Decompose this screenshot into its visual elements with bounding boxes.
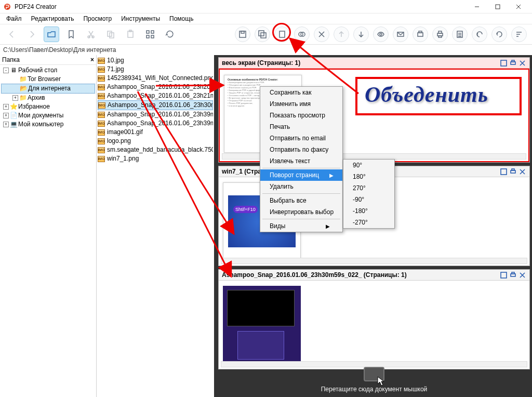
tree-node[interactable]: -🖥Рабочий стол <box>1 66 95 75</box>
panel-print-icon[interactable] <box>509 271 517 279</box>
context-menu-item[interactable]: Виды▶ <box>260 220 342 232</box>
tree-node[interactable]: +⭐Избранное <box>1 102 95 111</box>
svg-rect-27 <box>501 60 507 66</box>
svg-rect-12 <box>240 31 246 37</box>
bookmark-button[interactable] <box>63 27 79 42</box>
tree-node[interactable]: +💻Мой компьютер <box>1 120 95 129</box>
file-row[interactable]: IMGwin7_1.png <box>98 154 213 163</box>
save-button[interactable] <box>235 27 250 42</box>
save-all-button[interactable] <box>255 27 270 42</box>
panel-print-icon[interactable] <box>509 167 517 176</box>
close-button[interactable] <box>508 0 529 14</box>
context-submenu-item[interactable]: 270° <box>343 182 394 194</box>
svg-rect-14 <box>259 31 264 36</box>
panel-save-icon[interactable] <box>499 271 508 279</box>
svg-point-19 <box>380 33 382 35</box>
panel-close-icon[interactable] <box>518 59 526 67</box>
file-row[interactable]: IMGimage001.gif <box>98 128 213 137</box>
svg-rect-9 <box>151 31 154 33</box>
delete-button[interactable] <box>314 27 329 42</box>
document-panel[interactable]: Ashampoo_Snap_2016.01.06_23h30m59s_022_ … <box>218 269 530 369</box>
copy-button[interactable] <box>103 27 118 42</box>
tree-node[interactable]: +📄Мои документы <box>1 111 95 120</box>
panel-close-icon[interactable] <box>518 167 526 176</box>
maximize-button[interactable] <box>487 0 508 14</box>
context-menu-item[interactable]: Печать <box>260 121 342 133</box>
new-doc-button[interactable] <box>274 27 290 42</box>
context-menu-item[interactable]: Отправить по email <box>260 133 342 144</box>
app-title: PDF24 Creator <box>15 3 467 10</box>
svg-rect-30 <box>501 169 507 175</box>
nav-forward-button[interactable] <box>24 27 39 42</box>
cut-button[interactable] <box>83 27 99 42</box>
fax-button[interactable] <box>413 27 428 42</box>
rotate-button[interactable] <box>491 27 507 42</box>
tree-node[interactable]: +📁Архив <box>1 94 95 102</box>
annotation-merge-label: Объеденить <box>355 77 522 115</box>
paste-button[interactable] <box>123 27 138 42</box>
tree-node[interactable]: 📂Для интернета <box>1 84 95 94</box>
context-menu-item[interactable]: Извлечь текст <box>260 155 342 167</box>
context-menu-item[interactable]: Выбрать все <box>260 195 342 206</box>
email-button[interactable] <box>393 27 408 42</box>
file-row[interactable]: IMGlogo.png <box>98 137 213 145</box>
context-submenu-item[interactable]: -90° <box>343 194 394 205</box>
file-row[interactable]: IMGAshampoo_Snap_2016.01.06_23h39m27s_04… <box>98 110 213 119</box>
file-row[interactable]: IMGAshampoo_Snap_2016.01.06_23h21m05s_01… <box>98 91 213 100</box>
svg-rect-35 <box>512 272 514 274</box>
sort-button[interactable] <box>511 27 527 42</box>
context-menu-item[interactable]: Удалить <box>260 181 342 192</box>
app-icon <box>3 3 11 11</box>
context-submenu-item[interactable]: 90° <box>343 160 394 171</box>
context-menu-item[interactable]: Показать просмотр <box>260 110 342 121</box>
menu-tools[interactable]: Инструменты <box>117 14 164 23</box>
file-row[interactable]: IMG10.jpg <box>98 56 213 65</box>
context-submenu-item[interactable]: -180° <box>343 205 394 217</box>
panel-close-icon[interactable] <box>518 271 526 279</box>
open-folder-button[interactable] <box>44 27 59 42</box>
svg-rect-33 <box>501 272 507 278</box>
svg-rect-11 <box>151 35 154 38</box>
grid-view-button[interactable] <box>142 27 158 42</box>
context-menu-item[interactable]: Сохранить как <box>260 87 342 98</box>
cursor-icon <box>377 376 384 387</box>
minimize-button[interactable] <box>467 0 487 14</box>
panel-save-icon[interactable] <box>499 59 508 67</box>
file-row[interactable]: IMG71.jpg <box>98 65 213 74</box>
file-row[interactable]: IMG1452389341_Wifi_Not_Connected.png <box>98 74 213 83</box>
context-menu-item[interactable]: Изменить имя <box>260 98 342 110</box>
calc-button[interactable] <box>452 27 468 42</box>
menu-help[interactable]: Помощь <box>165 14 197 23</box>
tree-close-button[interactable]: × <box>90 56 94 63</box>
panel-title: Ashampoo_Snap_2016.01.06_23h30m59s_022_ … <box>222 271 407 279</box>
undo-button[interactable] <box>472 27 487 42</box>
context-menu: Сохранить какИзменить имяПоказать просмо… <box>260 86 343 232</box>
menu-edit[interactable]: Редактировать <box>27 14 78 23</box>
panel-save-icon[interactable] <box>499 167 508 176</box>
refresh-button[interactable] <box>162 27 178 42</box>
tree-node[interactable]: 📁Tor Browser <box>1 75 95 84</box>
menu-file[interactable]: Файл <box>2 14 26 23</box>
panel-scrollbar[interactable] <box>221 258 527 264</box>
panel-print-icon[interactable] <box>509 59 517 67</box>
context-menu-item[interactable]: Отправить по факсу <box>260 144 342 155</box>
svg-rect-21 <box>418 33 423 36</box>
tree-header: Папка <box>2 56 20 63</box>
file-row[interactable]: IMGAshampoo_Snap_2016.01.06_23h39m37s_04… <box>98 119 213 128</box>
file-row[interactable]: IMGAshampoo_Snap_2016.01.06_23h30m59s_02… <box>98 100 213 110</box>
move-up-button[interactable] <box>334 27 349 42</box>
page-thumbnail[interactable] <box>223 286 301 364</box>
merge-button[interactable] <box>294 27 310 42</box>
print-button[interactable] <box>432 27 448 42</box>
move-down-button[interactable] <box>353 27 369 42</box>
file-row[interactable]: IMGAshampoo_Snap_2016.01.06_23h20m17s_01… <box>98 83 213 91</box>
context-submenu-item[interactable]: -270° <box>343 217 394 228</box>
context-submenu-item[interactable]: 180° <box>343 171 394 182</box>
context-menu-item[interactable]: Инвертировать выбор <box>260 206 342 218</box>
nav-back-button[interactable] <box>4 27 20 42</box>
preview-button[interactable] <box>373 27 389 42</box>
file-row[interactable]: IMGsm.seagate_hdd_barracuda_black.750.jp… <box>98 145 213 154</box>
context-menu-item[interactable]: Поворот страниц▶ <box>260 169 342 181</box>
menu-view[interactable]: Просмотр <box>79 14 116 23</box>
svg-rect-8 <box>147 31 149 33</box>
